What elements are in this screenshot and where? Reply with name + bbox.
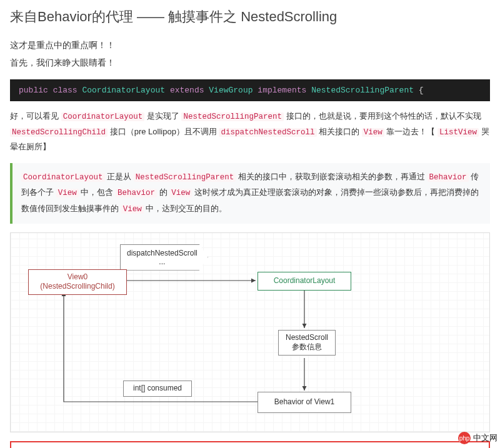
intro-line-2: 首先，我们来睁大眼睛看！ [10, 56, 490, 70]
text: 的 [159, 187, 170, 197]
kw-extends: extends [170, 86, 204, 95]
code-block: public class CoordinatorLayout extends V… [10, 79, 490, 101]
consumed-label: int[] consumed [133, 384, 182, 394]
diagram-arrows [11, 233, 489, 432]
text: 接口的，也就是说，要用到这个特性的话，默认不实现 [286, 111, 481, 121]
text: 好，可以看见 [10, 111, 61, 121]
text: 中，包含 [81, 187, 116, 197]
class-name: CoordinatorLayout [82, 86, 165, 95]
node-behavior: Behavior of View1 [258, 392, 351, 413]
code-behavior: Behavior [116, 189, 157, 197]
text: 相关接口的 [319, 127, 362, 136]
kw-class: class [53, 86, 78, 95]
intro-block: 这才是重点中的重点啊！！ 首先，我们来睁大眼睛看！ [10, 39, 490, 69]
coordinator-label: CoordinatorLayout [274, 276, 336, 286]
code-coordinatorlayout: CoordinatorLayout [21, 173, 105, 182]
text: 相关的接口中，获取到嵌套滚动相关的参数，再通过 [238, 172, 428, 181]
code-behavior: Behavior [428, 173, 469, 182]
node-dispatch: dispatchNestedScroll ... [120, 244, 208, 271]
brace: { [419, 86, 424, 95]
node-nestedscroll-info: NestedScroll 参数信息 [278, 330, 336, 356]
code-view: View [56, 189, 79, 197]
code-dispatchnestedscroll: dispatchNestedScroll [219, 128, 316, 137]
code-coordinatorlayout: CoordinatorLayout [61, 112, 145, 121]
code-view: View [121, 205, 144, 214]
code-nestedscrollingparent: NestedScrollingParent [181, 112, 284, 121]
code-nestedscrollingchild: NestedScrollingChild [10, 128, 108, 137]
callout-box: consumed 这个数组可以在 View0 中获取到，表示的意思是它的 Nes… [10, 441, 490, 448]
node-consumed: int[] consumed [123, 381, 192, 397]
code-view: View [362, 128, 384, 137]
flow-diagram: dispatchNestedScroll ... View0 (NestedSc… [10, 232, 490, 432]
nested-line2: 参数信息 [292, 342, 322, 352]
iface-name: NestedScrollingParent [311, 86, 414, 95]
node-coordinator: CoordinatorLayout [258, 272, 351, 291]
text: 靠一边去！【 [386, 127, 438, 136]
code-listview: ListView [438, 128, 479, 137]
behavior-label: Behavior of View1 [274, 397, 335, 407]
quote-block: CoordinatorLayout 正是从 NestedScrollingPar… [10, 163, 490, 224]
section-heading: 来自Behavior的代理 —— 触摸事件之 NestedScrolling [10, 7, 490, 26]
text: 接口（pre Lollipop）且不调用 [110, 127, 219, 136]
php-icon: php [458, 432, 471, 444]
view0-title: View0 [68, 272, 88, 282]
super-name: ViewGroup [209, 86, 252, 95]
text: 正是从 [107, 172, 134, 181]
text: 是实现了 [147, 111, 182, 121]
kw-public: public [19, 86, 48, 95]
code-nestedscrollingparent: NestedScrollingParent [134, 173, 236, 182]
dispatch-label: dispatchNestedScroll ... [127, 249, 198, 266]
nested-line1: NestedScroll [286, 333, 328, 343]
text: 中，达到交互的目的。 [146, 204, 227, 213]
paragraph-1: 好，可以看见 CoordinatorLayout 是实现了 NestedScro… [10, 109, 490, 154]
kw-implements: implements [258, 86, 306, 95]
intro-line-1: 这才是重点中的重点啊！！ [10, 39, 490, 52]
site-badge[interactable]: php 中文网 [458, 432, 498, 444]
node-view0: View0 (NestedScrollingChild) [28, 269, 127, 295]
code-view: View [169, 189, 192, 197]
badge-text: 中文网 [473, 432, 498, 444]
view0-sub: (NestedScrollingChild) [40, 282, 114, 292]
